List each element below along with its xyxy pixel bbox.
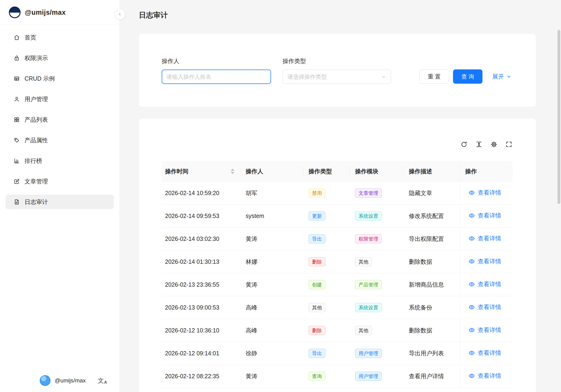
- cell-operator: system: [240, 205, 303, 228]
- cell-time: 2026-02-12 08:22:35: [162, 365, 240, 388]
- cell-action: 查看详情: [460, 250, 513, 273]
- table-row: 2026-02-13 09:00:53高峰其他系统设置系统备份查看详情: [162, 296, 513, 319]
- col-header-desc: 操作描述: [404, 161, 460, 182]
- cell-desc: 查看用户详情: [404, 365, 460, 388]
- module-tag: 文章管理: [355, 189, 382, 198]
- sidebar-item-products[interactable]: 产品列表: [6, 112, 114, 127]
- cell-action: 查看详情: [460, 205, 513, 228]
- sidebar-item-ranking[interactable]: 排行榜: [6, 153, 114, 168]
- view-detail-link[interactable]: 查看详情: [468, 326, 501, 334]
- sidebar-menu: 首页 权限演示 CRUD 示例 用户管理 产品列表: [0, 25, 119, 209]
- table-icon: [13, 75, 20, 82]
- cell-action: 查看详情: [460, 365, 513, 388]
- operator-label: 操作人: [162, 57, 271, 65]
- eye-icon: [468, 373, 475, 379]
- sidebar-item-label: CRUD 示例: [24, 75, 55, 83]
- cell-operator: 胡军: [240, 182, 303, 205]
- cell-action: 查看详情: [460, 296, 513, 319]
- module-tag: 系统设置: [355, 212, 382, 221]
- scrollbar-thumb[interactable]: [558, 30, 560, 204]
- cell-module: 系统设置: [350, 296, 404, 319]
- view-detail-link[interactable]: 查看详情: [468, 372, 501, 380]
- sidebar-collapse-button[interactable]: [115, 9, 125, 19]
- module-tag: 其他: [355, 326, 372, 335]
- cell-desc: 隐藏文章: [404, 182, 460, 205]
- type-select-placeholder: 请选择操作类型: [288, 73, 327, 81]
- table-row: 2026-02-14 03:02:30黄涛导出权限管理导出权限配置查看详情: [162, 228, 513, 250]
- sidebar-item-articles[interactable]: 文章管理: [6, 174, 114, 189]
- module-tag: 产品管理: [355, 280, 382, 289]
- view-detail-link[interactable]: 查看详情: [468, 257, 501, 265]
- cell-type: 导出: [303, 342, 350, 365]
- col-header-action: 操作: [460, 161, 513, 182]
- operator-form-group: 操作人: [162, 57, 271, 84]
- expand-label: 展开: [492, 73, 504, 80]
- view-detail-link[interactable]: 查看详情: [468, 189, 501, 196]
- sidebar-item-permission[interactable]: 权限演示: [6, 51, 114, 65]
- cell-type: 删除: [303, 319, 350, 342]
- cell-module: 权限管理: [350, 228, 404, 250]
- view-detail-link[interactable]: 查看详情: [468, 212, 501, 219]
- table-row: 2026-02-12 09:14:01徐静导出用户管理导出用户列表查看详情: [162, 342, 513, 365]
- type-tag: 删除: [309, 257, 325, 266]
- main-content: 日志审计 操作人 操作类型 请选择操作类型 重 置 查 询 展开: [120, 0, 561, 392]
- sidebar-item-label: 首页: [24, 34, 36, 41]
- cell-time: 2026-02-14 01:30:13: [162, 250, 240, 273]
- type-tag: 删除: [309, 326, 325, 335]
- cell-module: 文章管理: [350, 182, 404, 205]
- col-header-module: 操作模块: [350, 161, 404, 182]
- sorter-icon[interactable]: [231, 169, 235, 174]
- cell-operator: 黄涛: [240, 365, 303, 388]
- sidebar-item-label: 产品属性: [24, 137, 48, 144]
- table-body: 2026-02-14 10:59:20胡军禁用文章管理隐藏文章查看详情2026-…: [162, 182, 513, 388]
- page-title: 日志审计: [139, 10, 168, 20]
- sidebar-item-product-attrs[interactable]: 产品属性: [6, 133, 114, 148]
- col-header-time[interactable]: 操作时间: [162, 161, 240, 182]
- file-text-icon: [13, 199, 20, 205]
- table-row: 2026-02-14 01:30:13林娜删除其他删除数据查看详情: [162, 250, 513, 273]
- view-detail-link[interactable]: 查看详情: [468, 349, 501, 357]
- sidebar-item-label: 日志审计: [24, 198, 48, 206]
- view-detail-link[interactable]: 查看详情: [468, 303, 501, 311]
- type-tag: 导出: [309, 234, 325, 244]
- view-detail-link[interactable]: 查看详情: [468, 234, 501, 242]
- eye-icon: [468, 258, 475, 265]
- cell-type: 更新: [303, 205, 350, 228]
- cell-action: 查看详情: [460, 319, 513, 342]
- user-avatar[interactable]: [40, 375, 51, 386]
- reload-icon[interactable]: [461, 141, 467, 148]
- sidebar-item-label: 用户管理: [24, 95, 48, 103]
- fullscreen-icon[interactable]: [505, 141, 512, 148]
- eye-icon: [468, 327, 475, 333]
- cell-desc: 导出权限配置: [404, 228, 460, 250]
- cell-desc: 删除数据: [404, 319, 460, 342]
- sidebar-item-users[interactable]: 用户管理: [6, 92, 114, 106]
- density-icon[interactable]: [475, 141, 483, 148]
- type-tag: 创建: [309, 280, 325, 289]
- operator-input[interactable]: [162, 70, 271, 84]
- type-select[interactable]: 请选择操作类型: [283, 70, 391, 84]
- expand-link[interactable]: 展开: [492, 73, 511, 80]
- sidebar-item-crud[interactable]: CRUD 示例: [6, 71, 114, 86]
- sidebar-item-log-audit[interactable]: 日志审计: [6, 195, 114, 209]
- table-row: 2026-02-12 10:36:10高峰删除其他删除数据查看详情: [162, 319, 513, 342]
- translate-icon[interactable]: 文A: [98, 378, 107, 384]
- cell-type: 创建: [303, 273, 350, 296]
- type-tag: 禁用: [309, 189, 325, 198]
- table-row: 2026-02-14 09:59:53system更新系统设置修改系统配置查看详…: [162, 205, 513, 228]
- settings-icon[interactable]: [490, 141, 497, 148]
- cell-operator: 黄涛: [240, 228, 303, 250]
- reset-button[interactable]: 重 置: [419, 69, 449, 84]
- search-button[interactable]: 查 询: [453, 69, 483, 84]
- view-detail-link[interactable]: 查看详情: [468, 280, 501, 288]
- cell-type: 查询: [303, 365, 350, 388]
- cell-module: 系统设置: [350, 205, 404, 228]
- cell-module: 用户管理: [350, 342, 404, 365]
- cell-desc: 导出用户列表: [404, 342, 460, 365]
- sidebar-item-home[interactable]: 首页: [6, 30, 114, 45]
- cell-time: 2026-02-14 09:59:53: [162, 205, 240, 228]
- cell-desc: 修改系统配置: [404, 205, 460, 228]
- app-logo[interactable]: @umijs/max: [0, 0, 119, 25]
- cell-time: 2026-02-12 10:36:10: [162, 319, 240, 342]
- cell-operator: 高峰: [240, 319, 303, 342]
